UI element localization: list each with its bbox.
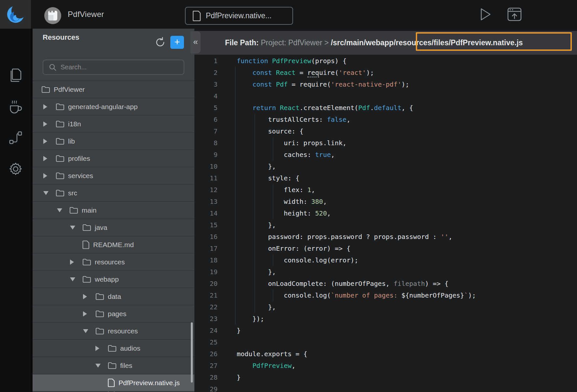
chevron-right-icon[interactable] xyxy=(43,104,56,109)
code-line[interactable]: 22 }, xyxy=(194,301,577,313)
code-lines: 1function PdfPreview(props) {2 const Rea… xyxy=(194,55,577,392)
collapse-panel-button[interactable]: « xyxy=(190,31,201,53)
tree-folder-row[interactable]: profiles xyxy=(33,149,194,167)
code-line[interactable]: 10 }, xyxy=(194,161,577,172)
tree-folder-row[interactable]: generated-angular-app xyxy=(33,98,194,115)
code-line[interactable]: 27 PdfPreview, xyxy=(194,360,577,371)
tree-file-row[interactable]: README.md xyxy=(33,236,194,253)
tree-folder-row[interactable]: src xyxy=(33,184,194,201)
chevron-right-icon[interactable] xyxy=(83,311,95,316)
code-line[interactable]: 2 const React = require('react'); xyxy=(194,67,577,78)
tree-folder-row[interactable]: resources xyxy=(33,322,194,339)
flow-tool-button[interactable] xyxy=(8,130,23,145)
chevron-right-icon[interactable] xyxy=(43,139,56,144)
code-line[interactable]: 6 trustAllCerts: false, xyxy=(194,114,577,125)
coffee-tool-button[interactable] xyxy=(8,99,23,114)
add-resource-button[interactable]: + xyxy=(170,36,184,49)
flow-connector-icon xyxy=(8,131,23,145)
code-text: trustAllCerts: false, xyxy=(237,114,350,125)
search-input[interactable]: Search... xyxy=(43,60,184,75)
tree-item-label: services xyxy=(68,172,93,180)
code-line[interactable]: 4 xyxy=(194,90,577,102)
file-icon xyxy=(82,240,90,249)
tree-folder-row[interactable]: files xyxy=(33,357,194,374)
code-line[interactable]: 11 style: { xyxy=(194,172,577,184)
folder-icon xyxy=(108,362,117,369)
line-number: 26 xyxy=(194,348,218,360)
code-line[interactable]: 28} xyxy=(194,371,577,383)
tree-folder-row[interactable]: main xyxy=(33,201,194,218)
chevron-down-icon[interactable] xyxy=(57,208,69,212)
code-line[interactable]: 9 caches: true, xyxy=(194,149,577,161)
line-number: 9 xyxy=(194,149,218,161)
tree-file-row[interactable]: PdfPreview.native.js xyxy=(33,374,194,391)
code-line[interactable]: 1function PdfPreview(props) { xyxy=(194,55,577,67)
code-line[interactable]: 13 width: 380, xyxy=(194,196,577,207)
chevron-right-icon[interactable] xyxy=(95,346,108,351)
chevron-right-icon[interactable] xyxy=(43,173,56,178)
code-text: flex: 1, xyxy=(237,184,315,196)
tree-item-label: pages xyxy=(108,310,126,318)
code-line[interactable]: 16 password: props.password ? props.pass… xyxy=(194,231,577,243)
run-button[interactable] xyxy=(478,7,492,21)
code-line[interactable]: 20 onLoadComplete: (numberOfPages, filep… xyxy=(194,278,577,289)
code-line[interactable]: 26module.exports = { xyxy=(194,348,577,360)
code-line[interactable]: 12 flex: 1, xyxy=(194,184,577,196)
file-path-highlighted: resources/files/PdfPreview.native.js xyxy=(396,38,523,47)
code-line[interactable]: 8 uri: props.link, xyxy=(194,137,577,149)
pages-tool-button[interactable] xyxy=(8,68,23,83)
tree-folder-row[interactable]: i18n xyxy=(33,115,194,132)
code-line[interactable]: 23 }); xyxy=(194,313,577,325)
code-line[interactable]: 29 xyxy=(194,383,577,392)
tree-folder-row[interactable]: data xyxy=(33,287,194,305)
tree-folder-row[interactable]: lib xyxy=(33,132,194,149)
code-text: return React.createElement(Pdf.default, … xyxy=(237,102,413,114)
indent-guide xyxy=(273,137,273,161)
code-line[interactable]: 19 }, xyxy=(194,266,577,278)
code-text: }, xyxy=(237,301,276,313)
chevron-right-icon[interactable] xyxy=(70,259,82,265)
code-line[interactable]: 5 return React.createElement(Pdf.default… xyxy=(194,102,577,114)
tree-folder-row[interactable]: services xyxy=(33,167,194,184)
code-editor[interactable]: 1function PdfPreview(props) {2 const Rea… xyxy=(194,55,577,392)
code-line[interactable]: 3 const Pdf = require('react-native-pdf'… xyxy=(194,78,577,90)
tree-folder-row[interactable]: PdfViewer xyxy=(33,80,194,98)
code-line[interactable]: 17 onError: (error) => { xyxy=(194,243,577,254)
code-line[interactable]: 15 }, xyxy=(194,219,577,231)
code-line[interactable]: 14 height: 520, xyxy=(194,207,577,219)
code-text: style: { xyxy=(237,172,300,184)
line-number: 14 xyxy=(194,207,218,219)
chevron-down-icon[interactable] xyxy=(43,191,56,195)
tree-folder-row[interactable]: webapp xyxy=(33,270,194,287)
refresh-button[interactable] xyxy=(154,36,166,48)
chevron-right-icon[interactable] xyxy=(43,121,56,127)
code-line[interactable]: 18 console.log(error); xyxy=(194,254,577,266)
open-in-window-button[interactable] xyxy=(507,7,522,22)
code-line[interactable]: 7 source: { xyxy=(194,125,577,137)
code-line[interactable]: 21 console.log(`number of pages: ${numbe… xyxy=(194,289,577,301)
tree-folder-row[interactable]: audios xyxy=(33,339,194,357)
code-text: const Pdf = require('react-native-pdf'); xyxy=(237,78,409,90)
code-line[interactable]: 25 xyxy=(194,336,577,348)
tree-scrollbar[interactable] xyxy=(191,322,193,383)
chevron-right-icon[interactable] xyxy=(83,294,95,299)
code-line[interactable]: 24} xyxy=(194,325,577,336)
folder-icon xyxy=(82,275,91,283)
chevron-down-icon[interactable] xyxy=(95,364,108,368)
top-bar: PdfViewer PdfPreview.native... xyxy=(0,0,577,29)
tree-item-label: PdfViewer xyxy=(54,86,85,93)
chevron-down-icon[interactable] xyxy=(83,329,95,333)
ide-logo[interactable] xyxy=(0,0,31,29)
chevron-down-icon[interactable] xyxy=(70,277,82,281)
line-number: 12 xyxy=(194,184,218,196)
chevron-down-icon[interactable] xyxy=(70,226,82,230)
open-file-tab[interactable]: PdfPreview.native... xyxy=(185,7,293,25)
tree-folder-row[interactable]: resources xyxy=(33,253,194,270)
tree-item-label: webapp xyxy=(95,275,119,283)
folder-icon xyxy=(95,327,104,335)
tree-folder-row[interactable]: java xyxy=(33,218,194,236)
tree-folder-row[interactable]: pages xyxy=(33,305,194,322)
tree-item-label: resources xyxy=(95,258,125,266)
chevron-right-icon[interactable] xyxy=(43,156,56,161)
settings-tool-button[interactable] xyxy=(8,161,23,176)
